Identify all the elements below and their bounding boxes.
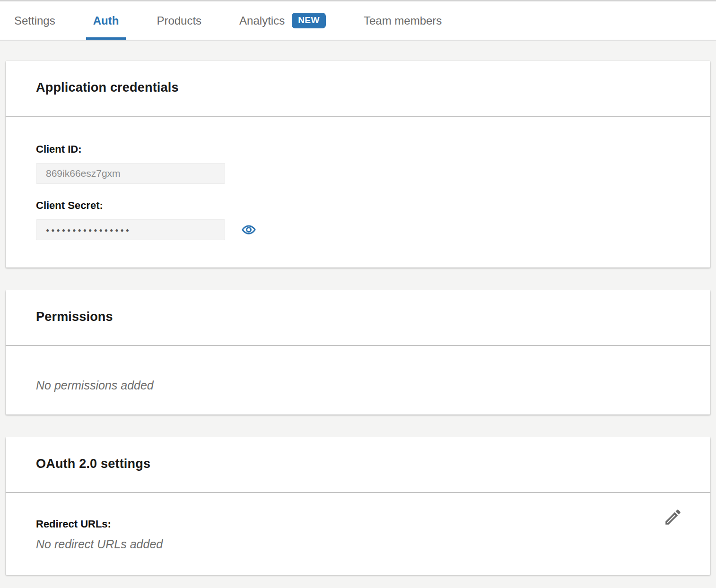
tab-settings-label: Settings (14, 14, 55, 27)
tab-auth[interactable]: Auth (86, 1, 126, 40)
pencil-icon (663, 507, 683, 527)
client-id-text: 869ik66esz7gxm (46, 168, 121, 179)
permissions-header: Permissions (6, 290, 710, 345)
oauth-settings-header: OAuth 2.0 settings (6, 437, 710, 492)
client-secret-value[interactable]: ●●●●●●●●●●●●●●●● (36, 219, 225, 240)
application-credentials-card: Application credentials Client ID: 869ik… (6, 61, 710, 268)
permissions-empty-text: No permissions added (36, 379, 680, 392)
permissions-title: Permissions (36, 310, 680, 324)
new-badge: NEW (292, 13, 326, 28)
tab-products[interactable]: Products (149, 1, 209, 40)
client-id-label: Client ID: (36, 143, 680, 156)
tab-products-label: Products (157, 14, 201, 27)
oauth-settings-body: Redirect URLs: No redirect URLs added (6, 493, 710, 575)
permissions-body: No permissions added (6, 346, 710, 415)
tab-auth-label: Auth (93, 14, 119, 27)
application-credentials-header: Application credentials (6, 61, 710, 116)
permissions-card: Permissions No permissions added (6, 290, 710, 415)
redirect-urls-empty-text: No redirect URLs added (36, 537, 680, 551)
application-credentials-title: Application credentials (36, 80, 680, 95)
application-credentials-body: Client ID: 869ik66esz7gxm Client Secret:… (6, 117, 710, 268)
client-id-value[interactable]: 869ik66esz7gxm (36, 163, 225, 184)
client-secret-masked-text: ●●●●●●●●●●●●●●●● (46, 226, 131, 233)
tab-team-members[interactable]: Team members (357, 1, 449, 40)
redirect-urls-label: Redirect URLs: (36, 518, 680, 530)
edit-redirect-urls-button[interactable] (662, 506, 684, 528)
client-secret-row: ●●●●●●●●●●●●●●●● (36, 212, 680, 240)
app-tabbar: Settings Auth Products Analytics NEW Tea… (0, 0, 716, 41)
main-content: Application credentials Client ID: 869ik… (0, 41, 716, 581)
client-secret-label: Client Secret: (36, 199, 680, 212)
tab-team-members-label: Team members (364, 14, 442, 27)
oauth-settings-title: OAuth 2.0 settings (36, 457, 680, 471)
oauth-settings-card: OAuth 2.0 settings Redirect URLs: No red… (6, 437, 710, 575)
eye-icon (242, 223, 256, 237)
tab-analytics-label: Analytics (239, 14, 285, 27)
tab-settings[interactable]: Settings (7, 1, 62, 40)
reveal-secret-button[interactable] (241, 222, 257, 238)
tab-analytics[interactable]: Analytics NEW (232, 1, 333, 40)
